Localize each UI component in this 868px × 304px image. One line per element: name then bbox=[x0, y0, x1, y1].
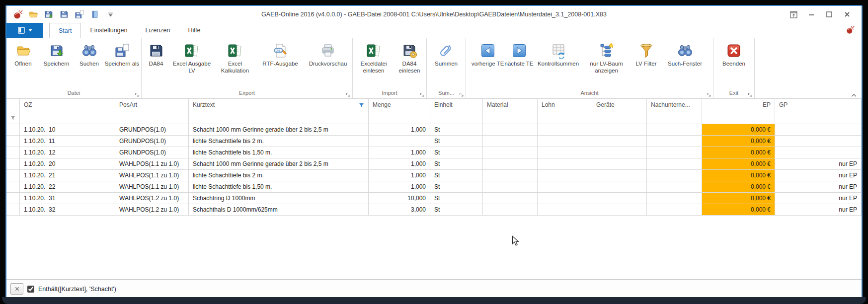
filter-cell-gp[interactable] bbox=[775, 111, 862, 124]
pin-window-icon[interactable] bbox=[786, 9, 801, 20]
filter-cell-lohn[interactable] bbox=[538, 111, 592, 124]
cell-ep[interactable]: 0,000 € bbox=[702, 147, 775, 158]
speichern-als-button[interactable]: Speichern als bbox=[104, 40, 140, 88]
cell-gp[interactable]: nur EP bbox=[775, 204, 862, 216]
cell-ep[interactable]: 0,000 € bbox=[702, 136, 775, 147]
cell-menge[interactable]: 1,000 bbox=[369, 147, 430, 158]
filter-cell-menge[interactable] bbox=[369, 111, 430, 124]
cell-geraete[interactable] bbox=[592, 193, 647, 204]
save-blue-icon[interactable] bbox=[59, 9, 70, 20]
druckvorschau-button[interactable]: Druckvorschau bbox=[304, 40, 352, 88]
cell-geraete[interactable] bbox=[592, 158, 647, 170]
cell-material[interactable] bbox=[483, 193, 538, 204]
naechste-te-button[interactable]: nächste TE bbox=[504, 40, 534, 88]
column-filter-icon[interactable] bbox=[359, 102, 364, 108]
cell-kurztext[interactable]: Schachtring D 1000mm bbox=[189, 193, 369, 204]
tab-lizenzen[interactable]: Lizenzen bbox=[136, 23, 179, 38]
beenden-button[interactable]: Beenden bbox=[715, 40, 753, 88]
da84-einlesen-button[interactable]: DA84 einlesen bbox=[394, 40, 425, 88]
cell-ep[interactable]: 0,000 € bbox=[702, 193, 775, 204]
cell-gp[interactable]: nur EP bbox=[775, 181, 862, 193]
column-header-gp[interactable]: GP bbox=[775, 99, 862, 111]
cell-ep[interactable]: 0,000 € bbox=[702, 204, 775, 216]
maximize-icon[interactable] bbox=[822, 9, 837, 20]
cell-oz[interactable]: 1.10.20. 12 bbox=[20, 147, 115, 158]
tab-start[interactable]: Start bbox=[49, 23, 81, 38]
cell-kurztext[interactable]: Schacht 1000 mm Gerinne gerade über 2 bi… bbox=[189, 124, 369, 136]
cell-ep[interactable]: 0,000 € bbox=[702, 158, 775, 170]
cell-material[interactable] bbox=[483, 204, 538, 216]
cell-gp[interactable] bbox=[775, 124, 862, 136]
filter-cell-ep[interactable] bbox=[702, 111, 775, 124]
cell-einheit[interactable]: St bbox=[430, 158, 483, 170]
suchen-button[interactable]: Suchen bbox=[75, 40, 104, 88]
cell-geraete[interactable] bbox=[592, 147, 647, 158]
cell-gp[interactable]: nur EP bbox=[775, 158, 862, 170]
dialog-launcher-icon[interactable] bbox=[135, 92, 140, 97]
cell-kurztext[interactable]: lichte Schachttiefe bis 2 m. bbox=[189, 136, 369, 147]
cell-nachunternehmer[interactable] bbox=[647, 136, 702, 147]
qat-customize-icon[interactable] bbox=[105, 9, 116, 20]
cell-geraete[interactable] bbox=[592, 181, 647, 193]
cell-lohn[interactable] bbox=[538, 158, 592, 170]
summen-button[interactable]: Summen bbox=[428, 40, 464, 88]
vorherige-te-button[interactable]: vorherige TE bbox=[472, 40, 504, 88]
excel-ausgabe-lv-button[interactable]: Excel Ausgabe LV bbox=[170, 40, 214, 88]
open-file-icon[interactable] bbox=[28, 9, 39, 20]
save-icon[interactable] bbox=[43, 9, 54, 20]
cell-oz[interactable]: 1.10.20. 11 bbox=[20, 136, 115, 147]
cell-nachunternehmer[interactable] bbox=[647, 170, 702, 181]
cell-geraete[interactable] bbox=[592, 204, 647, 216]
cell-menge[interactable]: 1,000 bbox=[369, 181, 430, 193]
cell-lohn[interactable] bbox=[538, 136, 592, 147]
column-header-ep[interactable]: EP bbox=[702, 99, 775, 111]
cell-lohn[interactable] bbox=[538, 181, 592, 193]
cell-menge[interactable]: 1,000 bbox=[369, 158, 430, 170]
cell-posart[interactable]: GRUNDPOS(1.0) bbox=[115, 147, 189, 158]
column-header-lohn[interactable]: Lohn bbox=[538, 99, 592, 111]
cell-menge[interactable]: 1,000 bbox=[369, 124, 430, 136]
column-header-geraete[interactable]: Geräte bbox=[592, 99, 647, 111]
cell-kurztext[interactable]: Schacht 1000 mm Gerinne gerade über 2 bi… bbox=[189, 158, 369, 170]
cell-material[interactable] bbox=[483, 124, 538, 136]
cell-geraete[interactable] bbox=[592, 136, 647, 147]
cell-posart[interactable]: WAHLPOS(1.1 zu 1.0) bbox=[115, 170, 189, 181]
column-header-oz[interactable]: OZ bbox=[20, 99, 115, 111]
lv-filter-button[interactable]: LV Filter bbox=[631, 40, 662, 88]
row-indicator[interactable] bbox=[6, 170, 20, 181]
cell-ep[interactable]: 0,000 € bbox=[702, 124, 775, 136]
cell-lohn[interactable] bbox=[538, 170, 592, 181]
cell-menge[interactable]: 3,000 bbox=[369, 204, 430, 216]
oeffnen-button[interactable]: Öffnen bbox=[8, 40, 39, 88]
filter-cell-geraete[interactable] bbox=[592, 111, 647, 124]
filter-enabled-checkbox[interactable] bbox=[27, 286, 34, 293]
cell-lohn[interactable] bbox=[538, 124, 592, 136]
kontrollsummen-button[interactable]: Kontrollsummen bbox=[534, 40, 583, 88]
cell-posart[interactable]: WAHLPOS(1.1 zu 1.0) bbox=[115, 158, 189, 170]
cell-posart[interactable]: GRUNDPOS(1.0) bbox=[115, 136, 189, 147]
cell-posart[interactable]: WAHLPOS(1.2 zu 1.0) bbox=[115, 204, 189, 216]
cell-geraete[interactable] bbox=[592, 170, 647, 181]
da84-button[interactable]: DA84 bbox=[142, 40, 170, 88]
cell-nachunternehmer[interactable] bbox=[647, 193, 702, 204]
close-icon[interactable] bbox=[840, 9, 855, 20]
cell-lohn[interactable] bbox=[538, 204, 592, 216]
cell-material[interactable] bbox=[483, 136, 538, 147]
rtf-ausgabe-button[interactable]: RTF RTF-Ausgabe bbox=[256, 40, 304, 88]
column-header-nachunternehmer[interactable]: Nachunterne... bbox=[647, 99, 702, 111]
cell-kurztext[interactable]: lichte Schachttiefe bis 1,50 m. bbox=[189, 181, 369, 193]
tab-einstellungen[interactable]: Einstellungen bbox=[81, 23, 136, 38]
cell-einheit[interactable]: St bbox=[430, 204, 483, 216]
row-indicator[interactable] bbox=[6, 193, 20, 204]
such-fenster-button[interactable]: Such-Fenster bbox=[662, 40, 708, 88]
dialog-launcher-icon[interactable] bbox=[420, 92, 425, 97]
cell-kurztext[interactable]: lichte Schachttiefe bis 1,50 m. bbox=[189, 147, 369, 158]
row-indicator[interactable] bbox=[6, 124, 20, 136]
cell-einheit[interactable]: St bbox=[430, 124, 483, 136]
row-indicator[interactable] bbox=[6, 147, 20, 158]
row-indicator[interactable] bbox=[6, 204, 20, 216]
cell-gp[interactable] bbox=[775, 147, 862, 158]
cell-menge[interactable]: 180,000 bbox=[369, 136, 430, 147]
cell-menge[interactable]: 1,000 bbox=[369, 170, 430, 181]
cell-material[interactable] bbox=[483, 170, 538, 181]
